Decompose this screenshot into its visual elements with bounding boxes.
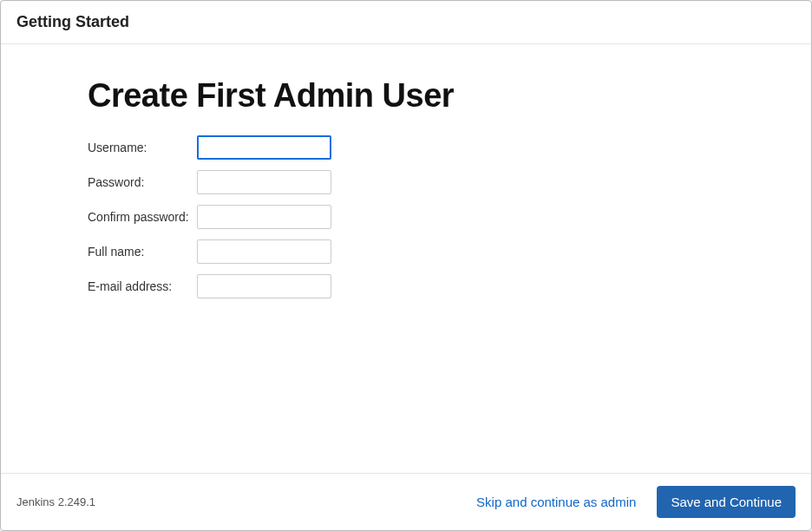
skip-button[interactable]: Skip and continue as admin	[473, 488, 639, 516]
save-continue-button[interactable]: Save and Continue	[657, 486, 796, 518]
header: Getting Started	[1, 1, 811, 44]
form-row-password: Password:	[88, 170, 724, 194]
page-title: Create First Admin User	[88, 77, 724, 115]
confirm-password-label: Confirm password:	[88, 210, 197, 224]
form-row-full-name: Full name:	[88, 239, 724, 264]
setup-wizard-window: Getting Started Create First Admin User …	[0, 0, 812, 531]
email-input[interactable]	[197, 274, 331, 298]
footer: Jenkins 2.249.1 Skip and continue as adm…	[1, 473, 811, 530]
form-row-confirm-password: Confirm password:	[88, 205, 724, 229]
full-name-input[interactable]	[197, 239, 331, 264]
username-label: Username:	[88, 141, 197, 154]
form-row-email: E-mail address:	[88, 274, 724, 298]
full-name-label: Full name:	[88, 245, 197, 259]
version-label: Jenkins 2.249.1	[16, 495, 95, 508]
username-input[interactable]	[197, 135, 331, 160]
header-title: Getting Started	[16, 13, 796, 31]
confirm-password-input[interactable]	[197, 205, 331, 229]
password-label: Password:	[88, 175, 197, 189]
form-row-username: Username:	[88, 135, 724, 160]
main-content: Create First Admin User Username: Passwo…	[1, 44, 811, 473]
footer-actions: Skip and continue as admin Save and Cont…	[473, 486, 796, 518]
email-label: E-mail address:	[88, 279, 197, 293]
password-input[interactable]	[197, 170, 331, 194]
